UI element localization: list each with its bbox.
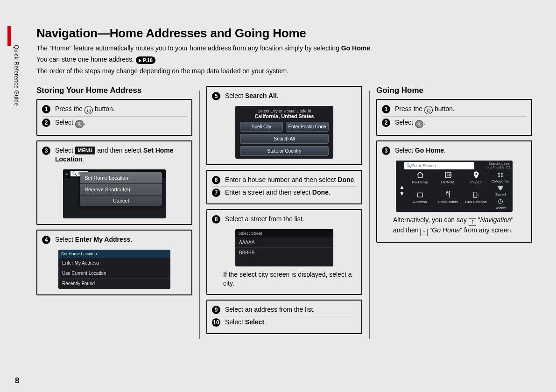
step6-text-b: . bbox=[354, 176, 356, 183]
sim5-title1: Select City or Postal Code in bbox=[235, 106, 333, 113]
sim-home-restaurants: Restaurants bbox=[434, 185, 462, 210]
voice-icon: ⇡ bbox=[420, 229, 428, 236]
sim3-cancel: Cancel bbox=[80, 196, 162, 206]
sim-enter-address-list: Set Home Location Enter My Address Use C… bbox=[58, 250, 170, 289]
sim-home-search: 🔍 Enter Search bbox=[404, 162, 474, 169]
step-number-5: 5 bbox=[212, 92, 220, 100]
sim3-opt-set-home: Set Home Location bbox=[80, 172, 162, 184]
sim5-spell-city: Spell City bbox=[240, 122, 283, 132]
step4-text-b: . bbox=[130, 236, 132, 243]
side-tab-accent bbox=[7, 26, 11, 46]
svg-line-3 bbox=[420, 125, 421, 126]
svg-rect-9 bbox=[501, 176, 503, 178]
step1-text-b: button. bbox=[93, 105, 115, 112]
svg-rect-7 bbox=[501, 173, 503, 175]
card-steps-6-7: 6 Enter a house number and then select D… bbox=[206, 170, 362, 204]
step-number-10: 10 bbox=[212, 318, 220, 327]
card-step-5: 5 Select Search All. Select City or Post… bbox=[206, 86, 362, 165]
column-storing: Storing Your Home Address 1 Press the bu… bbox=[36, 86, 192, 300]
step9-text: Select an address from the list. bbox=[225, 305, 357, 314]
intro-line1a: The "Home" feature automatically routes … bbox=[36, 44, 341, 52]
step5-text-a: Select bbox=[225, 92, 245, 99]
card-step-3: 3 Select MENU and then select Set Home L… bbox=[36, 140, 192, 225]
sim-city-select: Select City or Postal Code in California… bbox=[235, 106, 333, 159]
svg-point-5 bbox=[475, 173, 477, 175]
alt-gohome-term: Go Home bbox=[432, 226, 460, 234]
sim4-opt-enter: Enter My Address bbox=[58, 258, 170, 268]
step6-text-a: Enter a house number and then select bbox=[225, 176, 338, 183]
card-steps-9-10: 9 Select an address from the list. 10 Se… bbox=[206, 300, 362, 334]
step1-text-a: Press the bbox=[55, 105, 84, 112]
home-button-icon bbox=[84, 106, 93, 114]
svg-rect-8 bbox=[498, 176, 500, 178]
svg-rect-10 bbox=[417, 193, 422, 197]
card-going-home-3: 3 Select Go Home. 🔍 Enter Search Searchi… bbox=[376, 140, 532, 243]
step2-text-b: . bbox=[84, 119, 85, 126]
step3-text-c: . bbox=[82, 155, 84, 163]
heading-storing: Storing Your Home Address bbox=[36, 86, 192, 95]
step8-text: Select a street from the list. bbox=[225, 215, 357, 224]
sim8-blank bbox=[235, 258, 333, 266]
gh-step2-a: Select bbox=[395, 119, 415, 126]
step-number-2: 2 bbox=[42, 119, 50, 127]
step7-text-b: . bbox=[329, 189, 331, 196]
intro-line2: You can store one home address. bbox=[36, 56, 134, 63]
sim-home-places: Places bbox=[462, 171, 490, 185]
page-title: Navigation—Home Addresses and Going Home bbox=[36, 26, 541, 41]
page-content: Navigation—Home Addresses and Going Home… bbox=[36, 26, 541, 339]
step-number-6: 6 bbox=[212, 176, 220, 184]
vertical-divider-1 bbox=[192, 86, 206, 339]
step-number-7: 7 bbox=[212, 189, 220, 197]
vertical-divider-2 bbox=[362, 86, 376, 339]
sim-going-home-grid: 🔍 Enter Search Searching nearLos Angeles… bbox=[396, 161, 513, 212]
step4-bold: Enter My Address bbox=[75, 236, 131, 243]
gh-step1-a: Press the bbox=[395, 105, 424, 112]
sim4-opt-current: Use Current Location bbox=[58, 268, 170, 279]
step3-text-a: Select bbox=[55, 147, 75, 154]
step7-bold: Done bbox=[312, 189, 329, 196]
sim5-search-all: Search All bbox=[240, 134, 329, 144]
intro-line1c: . bbox=[370, 44, 372, 52]
column-storing-cont: 5 Select Search All. Select City or Post… bbox=[206, 86, 362, 339]
sim4-opt-recent: Recently Found bbox=[58, 279, 170, 289]
search-icon bbox=[415, 120, 423, 128]
step10-text-a: Select bbox=[225, 318, 245, 326]
step10-text-b: . bbox=[264, 318, 266, 326]
card-going-home-1-2: 1 Press the button. 2 Select . bbox=[376, 99, 532, 136]
step-number-3: 3 bbox=[42, 147, 50, 155]
sim-home-region: Searching nearLos Angeles, CA bbox=[486, 162, 511, 169]
sim-home-categories: Categories bbox=[490, 171, 511, 185]
home-button-icon bbox=[424, 106, 433, 114]
step6-bold: Done bbox=[338, 176, 354, 183]
gh-step-1: 1 bbox=[382, 105, 390, 113]
menu-chip: MENU bbox=[75, 147, 95, 155]
gh-step1-b: button. bbox=[433, 105, 455, 112]
sim-home-saved-recent: SavedRecent bbox=[490, 185, 511, 210]
sim4-header: Set Home Location bbox=[58, 250, 170, 258]
sim-home-arrows: ▲▼ bbox=[398, 171, 406, 210]
step7-text-a: Enter a street and then select bbox=[225, 189, 312, 196]
sim-set-home-menu: ≡🔍 Ente Set Home Location Remove Shortcu… bbox=[63, 169, 166, 218]
step-number-4: 4 bbox=[42, 236, 50, 244]
sim-home-search-text: Enter Search bbox=[411, 163, 436, 168]
page-ref-pill: P.18 bbox=[136, 56, 155, 64]
svg-rect-11 bbox=[473, 192, 477, 198]
voice-icon: ⇡ bbox=[469, 218, 476, 226]
sim8-hdr: Select Street bbox=[235, 229, 333, 238]
step8-note: If the select city screen is displayed, … bbox=[212, 267, 357, 289]
step3-text-b: and then select bbox=[95, 147, 143, 154]
gh-step3-bold: Go Home bbox=[415, 147, 444, 154]
card-step-4: 4 Select Enter My Address. Set Home Loca… bbox=[36, 230, 192, 295]
side-section-label: Quick Reference Guide bbox=[13, 45, 20, 106]
sim-home-address: Address bbox=[406, 185, 434, 210]
gh-step-3: 3 bbox=[382, 147, 390, 155]
sim8-street-b: BBBBB bbox=[235, 248, 333, 258]
step10-bold: Select bbox=[245, 318, 264, 326]
gh-step-2: 2 bbox=[382, 119, 390, 127]
svg-line-1 bbox=[80, 125, 81, 126]
svg-point-2 bbox=[418, 123, 420, 125]
intro-block: The "Home" feature automatically routes … bbox=[36, 43, 541, 76]
card-steps-1-2: 1 Press the button. 2 Select . bbox=[36, 99, 192, 136]
step5-bold: Search All bbox=[245, 92, 277, 99]
step-number-1: 1 bbox=[42, 105, 50, 113]
